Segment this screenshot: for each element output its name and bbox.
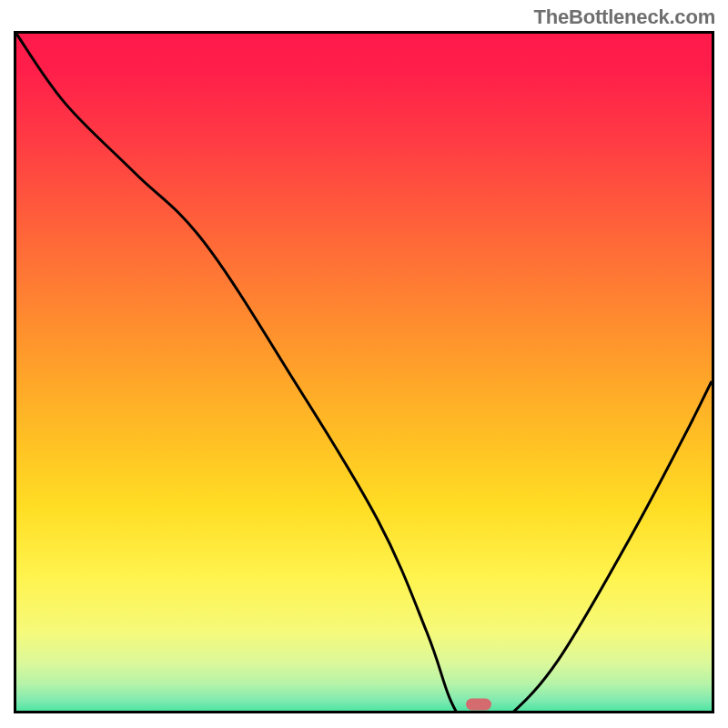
plot-area <box>16 34 712 711</box>
bottleneck-curve <box>16 34 712 713</box>
chart-root: TheBottleneck.com <box>0 0 728 728</box>
plot-frame <box>14 31 714 713</box>
watermark-text: TheBottleneck.com <box>533 5 715 29</box>
optimal-point-marker <box>466 698 491 710</box>
